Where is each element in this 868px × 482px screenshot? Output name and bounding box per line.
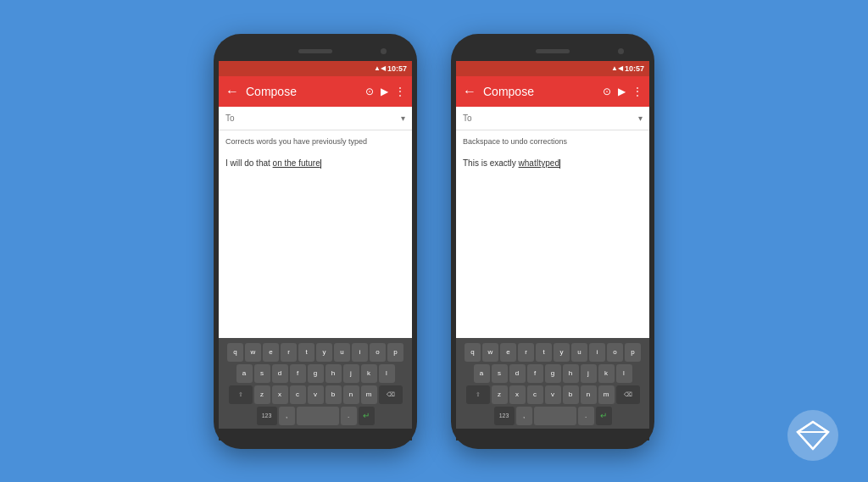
key-v-left[interactable]: v bbox=[308, 385, 324, 404]
key-m-left[interactable]: m bbox=[361, 385, 377, 404]
key-u-left[interactable]: u bbox=[334, 343, 350, 362]
key-a-right[interactable]: a bbox=[474, 364, 490, 383]
key-f-left[interactable]: f bbox=[290, 364, 306, 383]
phone-top-bar-right bbox=[456, 42, 649, 61]
key-l-right[interactable]: l bbox=[616, 364, 632, 383]
key-u-right[interactable]: u bbox=[571, 343, 587, 362]
key-w-right[interactable]: w bbox=[482, 343, 498, 362]
enter-key-left[interactable]: ↵ bbox=[359, 407, 375, 425]
key-c-left[interactable]: c bbox=[290, 385, 306, 404]
key-b-right[interactable]: b bbox=[563, 385, 579, 404]
main-scene: ▲◀ 10:57 ← Compose ⊙ ▶ ⋮ To ▾ bbox=[0, 0, 868, 482]
key-k-right[interactable]: k bbox=[598, 364, 615, 383]
key-a-left[interactable]: a bbox=[236, 364, 253, 383]
email-body-text-left: I will do that bbox=[225, 158, 273, 168]
compose-area-left: To ▾ Corrects words you have previously … bbox=[219, 107, 412, 338]
key-r-left[interactable]: r bbox=[281, 343, 297, 362]
comma-key-left[interactable]: , bbox=[279, 407, 295, 425]
space-key-left[interactable] bbox=[297, 407, 339, 425]
key-e-right[interactable]: e bbox=[500, 343, 516, 362]
key-t-left[interactable]: t bbox=[298, 343, 314, 362]
back-button-left[interactable]: ← bbox=[225, 84, 239, 99]
svg-marker-0 bbox=[798, 422, 828, 449]
num-key-right[interactable]: 123 bbox=[494, 407, 515, 425]
key-v-right[interactable]: v bbox=[545, 385, 561, 404]
signal-icon-right: ▲◀ bbox=[611, 64, 623, 72]
key-t-right[interactable]: t bbox=[536, 343, 552, 362]
email-body-left[interactable]: I will do that on the future bbox=[219, 150, 412, 337]
email-body-right[interactable]: This is exactly whatItyped bbox=[456, 150, 649, 337]
key-x-right[interactable]: x bbox=[509, 385, 526, 404]
backspace-key-left[interactable]: ⌫ bbox=[379, 385, 403, 404]
keyboard-row-1-right: q w e r t y u i o p bbox=[459, 343, 647, 362]
shift-key-left[interactable]: ⇧ bbox=[229, 385, 253, 404]
status-time-right: 10:57 bbox=[625, 64, 644, 73]
key-k-left[interactable]: k bbox=[361, 364, 377, 383]
key-s-right[interactable]: s bbox=[492, 364, 508, 383]
key-e-left[interactable]: e bbox=[263, 343, 279, 362]
status-icons-right: ▲◀ 10:57 bbox=[611, 64, 644, 73]
shift-key-right[interactable]: ⇧ bbox=[466, 385, 490, 404]
more-icon-right[interactable]: ⋮ bbox=[632, 86, 643, 97]
key-n-left[interactable]: n bbox=[343, 385, 359, 404]
back-button-right[interactable]: ← bbox=[463, 84, 476, 99]
phone-bottom-bar-left bbox=[219, 429, 412, 440]
key-c-right[interactable]: c bbox=[527, 385, 543, 404]
key-b-left[interactable]: b bbox=[326, 385, 342, 404]
to-label-left: To bbox=[225, 114, 401, 123]
key-i-left[interactable]: i bbox=[352, 343, 368, 362]
key-j-left[interactable]: j bbox=[343, 364, 359, 383]
app-bar-title-right: Compose bbox=[483, 85, 596, 98]
key-q-left[interactable]: q bbox=[227, 343, 243, 362]
feature-text-right: Backspace to undo corrections bbox=[456, 130, 649, 151]
phone-bottom-bar-right bbox=[456, 429, 649, 440]
key-o-left[interactable]: o bbox=[370, 343, 386, 362]
key-j-right[interactable]: j bbox=[581, 364, 597, 383]
key-p-left[interactable]: p bbox=[387, 343, 403, 362]
key-o-right[interactable]: o bbox=[607, 343, 623, 362]
more-icon-left[interactable]: ⋮ bbox=[395, 86, 405, 97]
period-key-right[interactable]: . bbox=[578, 407, 594, 425]
phone-screen-right: ▲◀ 10:57 ← Compose ⊙ ▶ ⋮ To ▾ bbox=[456, 61, 649, 429]
key-g-left[interactable]: g bbox=[308, 364, 324, 383]
key-r-right[interactable]: r bbox=[518, 343, 534, 362]
key-d-right[interactable]: d bbox=[509, 364, 526, 383]
phone-camera-right bbox=[618, 48, 624, 54]
to-field-right[interactable]: To ▾ bbox=[456, 107, 649, 130]
key-f-right[interactable]: f bbox=[527, 364, 543, 383]
send-icon-right[interactable]: ▶ bbox=[618, 86, 626, 97]
key-y-right[interactable]: y bbox=[554, 343, 570, 362]
key-n-right[interactable]: n bbox=[581, 385, 597, 404]
keyboard-left: q w e r t y u i o p a s d f g h bbox=[219, 338, 412, 429]
key-q-right[interactable]: q bbox=[465, 343, 481, 362]
key-z-left[interactable]: z bbox=[254, 385, 270, 404]
send-icon-left[interactable]: ▶ bbox=[381, 86, 388, 97]
attach-icon-left[interactable]: ⊙ bbox=[365, 86, 374, 97]
to-field-left[interactable]: To ▾ bbox=[219, 107, 412, 130]
key-l-left[interactable]: l bbox=[379, 364, 395, 383]
key-w-left[interactable]: w bbox=[245, 343, 261, 362]
compose-area-right: To ▾ Backspace to undo corrections This … bbox=[456, 107, 649, 338]
status-icons-left: ▲◀ 10:57 bbox=[374, 64, 407, 73]
enter-key-right[interactable]: ↵ bbox=[596, 407, 612, 425]
key-h-left[interactable]: h bbox=[326, 364, 342, 383]
attach-icon-right[interactable]: ⊙ bbox=[603, 86, 611, 97]
feature-text-left: Corrects words you have previously typed bbox=[219, 130, 412, 151]
key-i-right[interactable]: i bbox=[589, 343, 605, 362]
comma-key-right[interactable]: , bbox=[516, 407, 532, 425]
period-key-left[interactable]: . bbox=[341, 407, 357, 425]
key-m-right[interactable]: m bbox=[598, 385, 615, 404]
backspace-key-right[interactable]: ⌫ bbox=[616, 385, 640, 404]
key-p-right[interactable]: p bbox=[625, 343, 641, 362]
num-key-left[interactable]: 123 bbox=[257, 407, 277, 425]
key-z-right[interactable]: z bbox=[492, 385, 508, 404]
key-g-right[interactable]: g bbox=[545, 364, 561, 383]
key-x-left[interactable]: x bbox=[272, 385, 288, 404]
key-s-left[interactable]: s bbox=[254, 364, 270, 383]
phone-top-bar-left bbox=[219, 42, 412, 61]
key-y-left[interactable]: y bbox=[316, 343, 332, 362]
key-h-right[interactable]: h bbox=[563, 364, 579, 383]
email-highlighted-left: on the future bbox=[273, 158, 320, 168]
key-d-left[interactable]: d bbox=[272, 364, 288, 383]
space-key-right[interactable] bbox=[534, 407, 576, 425]
